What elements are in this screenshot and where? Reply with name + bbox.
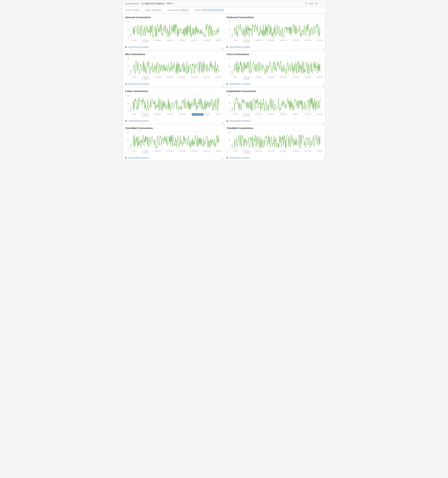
refresh-icon[interactable]: ↻ (315, 2, 318, 5)
svg-text:03:00 PM: 03:00 PM (305, 39, 311, 41)
resize-handle[interactable]: ◢ (222, 159, 224, 161)
svg-text:03:00 AM: 03:00 AM (154, 113, 161, 115)
svg-text:09:00 PM: 09:00 PM (132, 113, 136, 115)
filter-bar: account prod region us-east-1 namespace … (123, 7, 325, 13)
svg-text:12:00 PM: 12:00 PM (191, 76, 198, 78)
chart-panel-idle-connections[interactable]: Idle Connections 40 20 0 Count 4020009:0… (123, 50, 224, 87)
svg-text:21 Aug 20: 21 Aug 20 (142, 41, 149, 43)
y-tick-20: 20 (125, 66, 129, 68)
svg-text:03:00 AM: 03:00 AM (255, 39, 262, 41)
chart-panel-outbound-connections[interactable]: Outbound Connections 40 20 0 Count 40200… (224, 13, 325, 50)
breadcrumb-separator: › (140, 2, 141, 5)
charts-grid: Inbound Connections 40 20 0 Count 402000… (123, 13, 325, 161)
chart-panel-established-connections[interactable]: Established Connections 40 20 0 Count 40… (224, 87, 325, 124)
time-range-selector[interactable]: ⏱ -24h (305, 2, 313, 5)
svg-text:12:00 PM: 12:00 PM (292, 150, 299, 152)
chart-panel-listen-connections[interactable]: Listen Connections 40 20 0 Count 4020009… (123, 87, 224, 124)
chart-panel-inbound-connections[interactable]: Inbound Connections 40 20 0 Count 402000… (123, 13, 224, 50)
y-tick-20: 20 (125, 103, 129, 105)
chart-panel-close-connections[interactable]: Close Connections 40 20 0 Count 4020009:… (224, 50, 325, 87)
svg-text:06:00 AM: 06:00 AM (268, 39, 274, 41)
resize-handle[interactable]: ◢ (222, 48, 224, 50)
header-left: Dashboards › 6. AWS EC2 Metrics - TCP ▾ (125, 2, 173, 5)
chart-legend: i-0645265d6116436ba (226, 120, 323, 122)
y-axis-label: Count (231, 57, 233, 82)
chart-svg-container: 4020009:00 PM12:00 AM21 Aug 2003:00 AM06… (132, 131, 222, 156)
legend-dot-icon (226, 83, 228, 85)
legend-label: i-0645265d6116436ba (128, 120, 149, 122)
svg-text:12:00 AM: 12:00 AM (142, 150, 148, 152)
y-tick-40: 40 (125, 21, 129, 23)
chart-title: Idle Connections (125, 53, 222, 56)
svg-text:06:00 AM: 06:00 AM (268, 76, 274, 78)
header-right: ⏱ -24h ↻ ⋮ (305, 2, 323, 5)
more-options-icon[interactable]: ⋮ (320, 2, 323, 5)
resize-handle[interactable]: ◢ (323, 48, 325, 50)
chart-svg-container: 4020009:00 PM12:00 AM21 Aug 2003:00 AM06… (233, 57, 323, 82)
svg-text:09:00 AM: 09:00 AM (280, 39, 287, 41)
svg-text:09:00 PM: 09:00 PM (233, 39, 237, 41)
resize-handle[interactable]: ◢ (222, 85, 224, 87)
svg-text:12:00 AM: 12:00 AM (243, 150, 250, 152)
svg-text:12:00 AM: 12:00 AM (243, 76, 250, 78)
chart-title: CloseWait Connections (125, 127, 222, 130)
svg-text:09:00 PM: 09:00 PM (132, 150, 136, 152)
filter-entity[interactable]: entity i-0645265d6116436ba (194, 9, 224, 12)
y-axis-label: Count (231, 131, 233, 156)
y-tick-0: 0 (226, 74, 230, 75)
svg-text:09:00 AM: 09:00 AM (179, 113, 185, 115)
filter-region[interactable]: region us-east-1 (145, 9, 162, 12)
y-axis: 40 20 0 (226, 57, 231, 82)
y-tick-20: 20 (226, 66, 230, 68)
svg-text:06:00 PM: 06:00 PM (216, 150, 222, 152)
resize-handle[interactable]: ◢ (323, 159, 325, 161)
chart-svg-container: 4020009:00 PM12:00 AM21 Aug 2003:00 AM06… (233, 20, 323, 45)
app-container: Dashboards › 6. AWS EC2 Metrics - TCP ▾ … (122, 0, 326, 161)
resize-handle[interactable]: ◢ (222, 122, 224, 124)
chevron-down-icon[interactable]: ▾ (172, 2, 173, 5)
chart-legend: i-0645265d6116436ba (226, 83, 323, 85)
y-tick-20: 20 (226, 103, 230, 105)
resize-handle[interactable]: ◢ (323, 122, 325, 124)
y-tick-40: 40 (125, 94, 129, 96)
chart-panel-closewait-connections[interactable]: CloseWait Connections 40 20 0 Count 4020… (123, 124, 224, 161)
y-axis: 40 20 0 (125, 131, 130, 156)
y-tick-40: 40 (125, 132, 129, 133)
svg-text:12:00 PM: 12:00 PM (191, 39, 198, 41)
svg-text:06:00 PM: 06:00 PM (216, 113, 222, 115)
svg-text:21 Aug 20: 21 Aug 20 (243, 152, 250, 154)
filter-account[interactable]: account prod (125, 9, 139, 12)
legend-label: i-0645265d6116436ba (128, 83, 149, 85)
svg-text:12:00 PM: 12:00 PM (292, 76, 299, 78)
chart-svg-container: 4020009:00 PM12:00 AM21 Aug 2003:00 AM06… (132, 94, 222, 119)
svg-text:03:00 PM: 03:00 PM (305, 150, 311, 152)
y-tick-0: 0 (226, 37, 230, 39)
legend-label: i-0645265d6116436ba (229, 120, 250, 122)
breadcrumb-dashboards[interactable]: Dashboards (125, 2, 139, 5)
svg-text:06:00 AM: 06:00 AM (166, 113, 173, 115)
y-tick-0: 0 (125, 111, 129, 113)
y-axis: 40 20 0 (226, 131, 231, 156)
svg-text:06:00 PM: 06:00 PM (317, 76, 323, 78)
chart-title: Inbound Connections (125, 16, 222, 19)
chart-panel-timewait-connections[interactable]: TimeWait Connections 40 20 0 Count 40200… (224, 124, 325, 161)
svg-text:06:00 AM: 06:00 AM (166, 39, 173, 41)
y-tick-20: 20 (226, 139, 230, 141)
y-tick-0: 0 (125, 74, 129, 75)
filter-namespace-value: aws/ec2 (180, 9, 189, 12)
legend-dot-icon (125, 46, 127, 48)
svg-text:03:00 PM: 03:00 PM (305, 113, 311, 115)
filter-account-value: prod (134, 9, 139, 12)
resize-handle[interactable]: ◢ (323, 85, 325, 87)
svg-text:03:00 AM: 03:00 AM (154, 76, 161, 78)
chart-legend: i-0645265d6116436ba (125, 120, 222, 122)
y-axis-label: Count (130, 20, 132, 45)
chart-title: Close Connections (226, 53, 323, 56)
chart-legend: i-0645265d6116436ba (125, 46, 222, 48)
chart-legend: i-0645265d6116436ba (125, 157, 222, 159)
svg-text:09:00 AM: 09:00 AM (280, 113, 287, 115)
legend-label: i-0645265d6116436ba (128, 157, 149, 159)
y-tick-0: 0 (125, 37, 129, 39)
svg-text:12:00 AM: 12:00 AM (142, 39, 148, 41)
filter-namespace[interactable]: namespace aws/ec2 (167, 9, 189, 12)
